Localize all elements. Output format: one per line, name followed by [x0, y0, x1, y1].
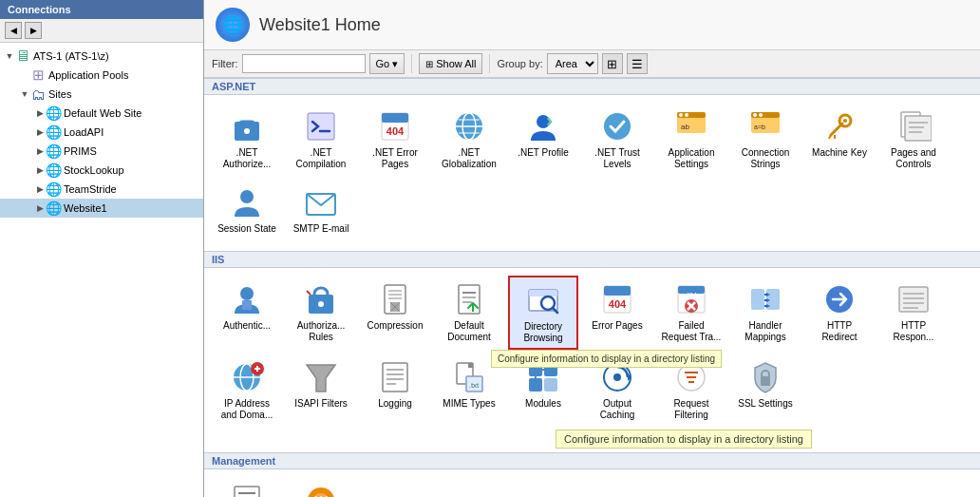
icon-app-settings[interactable]: ab ApplicationSettings [656, 103, 726, 175]
compression-label: Compression [368, 320, 424, 332]
icon-ssl-settings[interactable]: SSL Settings [730, 354, 801, 426]
tree-item-defaultwebsite[interactable]: ▶ 🌐 Default Web Site [0, 104, 203, 123]
show-all-button[interactable]: ⊞ Show All [419, 53, 482, 74]
icon-machine-key[interactable]: Machine Key [804, 103, 875, 175]
tree-arrow-stocklookup: ▶ [34, 165, 46, 175]
app-settings-icon: ab [672, 107, 710, 145]
main-content: ASP.NET .NETAuthorize... .NETCompilation [204, 78, 980, 497]
icon-net-compilation[interactable]: .NETCompilation [286, 103, 356, 175]
tree-item-website1[interactable]: ▶ 🌐 Website1 [0, 199, 203, 218]
sidebar-forward-button[interactable]: ▶ [25, 22, 42, 39]
tree-item-stocklookup[interactable]: ▶ 🌐 StockLookup [0, 161, 203, 180]
icon-smtp-email[interactable]: SMTP E-mail [286, 179, 356, 239]
conn-strings-label: ConnectionStrings [742, 147, 790, 170]
icon-default-doc[interactable]: DefaultDocument [434, 276, 504, 350]
svg-point-105 [613, 373, 621, 381]
svg-text:W: W [314, 493, 328, 497]
svg-point-22 [753, 113, 757, 117]
tree-item-server[interactable]: ▼ 🖥 ATS-1 (ATS-1\z) [0, 47, 203, 66]
svg-point-18 [685, 113, 688, 117]
main-panel: 🌐 Website1 Home Filter: Go ▾ ⊞ Show All … [204, 0, 980, 497]
pages-controls-icon [895, 107, 933, 145]
directory-browsing-tooltip: Configure information to display in a di… [491, 350, 722, 368]
management-section-header: Management [204, 452, 980, 469]
apppools-label: Application Pools [48, 69, 128, 81]
ssl-settings-label: SSL Settings [738, 398, 792, 410]
icon-http-redirect[interactable]: HTTPRedirect [804, 276, 875, 350]
loadapi-icon: 🌐 [46, 124, 61, 140]
handler-mappings-label: HandlerMappings [744, 320, 785, 343]
page-title: Website1 Home [259, 15, 381, 35]
go-button[interactable]: Go ▾ [369, 53, 405, 74]
icon-session-state[interactable]: Session State [212, 179, 282, 239]
tree-arrow-prims: ▶ [34, 146, 46, 156]
icon-authz-rules[interactable]: Authoriza...Rules [286, 276, 356, 350]
svg-point-14 [604, 113, 631, 140]
svg-point-40 [318, 301, 324, 307]
tree-item-prims[interactable]: ▶ 🌐 PRIMS [0, 142, 203, 161]
svg-rect-6 [382, 113, 408, 123]
logging-label: Logging [378, 398, 412, 410]
http-response-icon [895, 280, 933, 318]
icon-isapi-filters[interactable]: ISAPI Filters [286, 354, 356, 426]
icon-directory-browsing[interactable]: DirectoryBrowsing Configure information … [508, 276, 578, 350]
view-details-button[interactable]: ☰ [627, 53, 648, 74]
group-by-select[interactable]: Area [547, 53, 598, 74]
net-globalization-icon [450, 107, 488, 145]
app-settings-label: ApplicationSettings [669, 147, 715, 170]
svg-rect-99 [529, 378, 542, 392]
icon-error-pages[interactable]: 404 Error Pages [582, 276, 652, 350]
icon-net-globalization[interactable]: .NETGlobalization [434, 103, 504, 175]
net-trust-icon [598, 107, 636, 145]
icon-handler-mappings[interactable]: HandlerMappings [730, 276, 801, 350]
svg-point-2 [244, 128, 250, 134]
icon-logging[interactable]: Logging [360, 354, 430, 426]
icon-http-response[interactable]: HTTPRespon... [878, 276, 949, 350]
filter-input[interactable] [242, 54, 366, 73]
view-toggle-button[interactable]: ⊞ [602, 53, 623, 74]
output-caching-label: OutputCaching [600, 398, 635, 421]
icon-config-editor[interactable]: cfg Configurat...Editor [212, 477, 282, 497]
modules-label: Modules [525, 398, 561, 410]
svg-rect-67 [751, 289, 764, 310]
icon-net-profile[interactable]: .NET Profile [508, 103, 578, 175]
defaultwebsite-label: Default Web Site [64, 107, 141, 119]
net-profile-label: .NET Profile [518, 147, 569, 159]
sidebar-back-button[interactable]: ◀ [5, 22, 22, 39]
tree-item-apppools[interactable]: ⊞ Application Pools [0, 66, 203, 85]
icon-web-platform[interactable]: W WebPlatfor... [286, 477, 356, 497]
ip-domain-icon [228, 358, 266, 396]
icon-net-trust[interactable]: .NET TrustLevels [582, 103, 652, 175]
tree-item-loadapi[interactable]: ▶ 🌐 LoadAPI [0, 123, 203, 142]
icon-pages-controls[interactable]: Pages andControls [878, 103, 949, 175]
server-icon: 🖥 [15, 48, 30, 64]
stocklookup-icon: 🌐 [46, 162, 61, 178]
tree-item-teamstride[interactable]: ▶ 🌐 TeamStride [0, 180, 203, 199]
svg-rect-59 [604, 286, 631, 296]
failed-request-label: FailedRequest Tra... [662, 320, 722, 343]
icon-compression[interactable]: Compression [360, 276, 430, 350]
tree-arrow-website1: ▶ [34, 203, 46, 213]
icon-ip-domain[interactable]: IP Addressand Doma... [212, 354, 282, 426]
filter-label: Filter: [212, 58, 238, 69]
svg-point-17 [679, 113, 683, 117]
icon-conn-strings[interactable]: a=b ConnectionStrings [730, 103, 801, 175]
icon-net-error[interactable]: 404 .NET ErrorPages [360, 103, 430, 175]
svg-rect-30 [905, 116, 932, 141]
show-all-label: Show All [436, 58, 476, 69]
prims-label: PRIMS [64, 145, 97, 157]
icon-net-auth[interactable]: .NETAuthorize... [212, 103, 282, 175]
session-state-label: Session State [217, 223, 276, 235]
net-compilation-label: .NETCompilation [296, 147, 347, 170]
web-platform-icon: W [302, 482, 340, 497]
failed-request-icon: 404 [672, 280, 710, 318]
directory-browsing-label: DirectoryBrowsing [523, 321, 562, 344]
sidebar-toolbar: ◀ ▶ [0, 19, 203, 43]
main-toolbar: Filter: Go ▾ ⊞ Show All Group by: Area ⊞… [204, 50, 980, 78]
tree-arrow-teamstride: ▶ [34, 184, 46, 194]
tree-item-sites[interactable]: ▼ 🗂 Sites [0, 85, 203, 104]
icon-failed-request[interactable]: 404 FailedRequest Tra... [656, 276, 726, 350]
svg-rect-49 [459, 285, 480, 314]
icon-auth[interactable]: Authentic... [212, 276, 282, 350]
connections-tree: ▼ 🖥 ATS-1 (ATS-1\z) ⊞ Application Pools … [0, 43, 203, 497]
